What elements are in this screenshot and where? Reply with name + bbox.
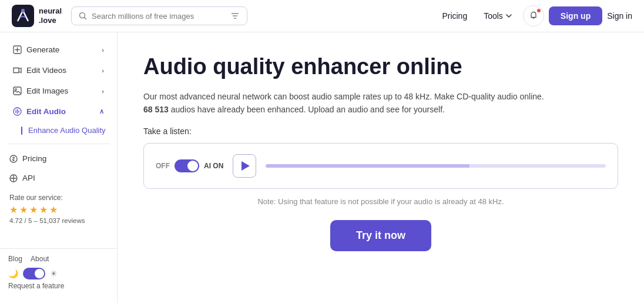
rate-label: Rate our service:	[9, 194, 108, 202]
sidebar-divider	[7, 144, 110, 144]
api-icon	[9, 174, 18, 182]
sidebar-item-generate[interactable]: Generate ›	[4, 40, 113, 59]
sidebar-bottom: Blog About 🌙 ☀ Request a feature	[0, 248, 117, 296]
chevron-icon: ›	[102, 67, 104, 74]
note-text: Note: Using that feature is not possible…	[143, 197, 618, 206]
audio-count: 68 513	[143, 105, 169, 114]
bell-icon	[529, 11, 538, 21]
signin-link[interactable]: Sign in	[607, 11, 632, 21]
audio-waveform	[266, 164, 606, 168]
svg-point-8	[15, 89, 17, 91]
search-bar	[71, 6, 247, 25]
ai-on-label: AI ON	[204, 162, 223, 170]
chevron-icon: ›	[102, 88, 104, 95]
about-link[interactable]: About	[31, 255, 49, 263]
notifications-button[interactable]	[523, 5, 544, 26]
chevron-icon: ›	[102, 46, 104, 54]
search-icon	[79, 12, 87, 20]
star-rating: ★ ★ ★ ★ ★	[9, 204, 108, 215]
theme-controls: 🌙 ☀	[8, 268, 109, 279]
play-icon	[242, 161, 250, 171]
sidebar-item-pricing[interactable]: Pricing	[0, 149, 117, 168]
blog-link[interactable]: Blog	[8, 255, 22, 263]
nav-pricing[interactable]: Pricing	[436, 8, 473, 24]
signup-button[interactable]: Sign up	[549, 6, 602, 25]
filter-icon[interactable]	[230, 11, 240, 21]
page-description: Our most advanced neural network can boo…	[143, 90, 590, 116]
chevron-down-icon: ∧	[99, 108, 104, 115]
rate-section: Rate our service: ★ ★ ★ ★ ★ 4.72 / 5 – 5…	[0, 188, 117, 230]
search-input[interactable]	[92, 12, 226, 21]
generate-icon	[13, 45, 22, 54]
page-title: Audio quality enhancer online	[143, 54, 618, 81]
theme-toggle[interactable]	[23, 268, 45, 279]
svg-point-1	[21, 9, 25, 12]
audio-icon	[13, 107, 22, 116]
sun-icon: ☀	[50, 269, 58, 278]
try-it-now-button[interactable]: Try it now	[330, 220, 431, 251]
play-button[interactable]	[233, 154, 256, 178]
nav-right: Pricing Tools Sign up Sign in	[436, 5, 632, 26]
top-nav: neural.love Pricing Tools	[0, 0, 644, 32]
sidebar-item-edit-videos[interactable]: Edit Videos ›	[4, 61, 113, 80]
toggle-knob	[187, 161, 198, 171]
body-area: Generate › Edit Videos › Edit Images ›	[0, 32, 644, 303]
image-icon	[13, 86, 22, 95]
off-label: OFF	[156, 162, 170, 170]
request-feature-link[interactable]: Request a feature	[8, 279, 109, 290]
nav-tools[interactable]: Tools	[478, 8, 518, 24]
toggle-knob	[35, 269, 44, 278]
ai-toggle[interactable]	[175, 159, 199, 172]
sidebar-item-edit-audio[interactable]: Edit Audio ∧	[4, 102, 113, 121]
sidebar-item-api[interactable]: API	[0, 168, 117, 188]
rating-text: 4.72 / 5 – 51,037 reviews	[9, 217, 108, 224]
chevron-down-icon	[505, 12, 512, 19]
logo-text: neural.love	[39, 6, 62, 25]
notification-dot	[536, 8, 541, 13]
video-icon	[13, 66, 22, 75]
sidebar-links: Blog About	[8, 255, 109, 263]
pricing-icon	[9, 155, 18, 163]
sidebar-sub-item-enhance-audio[interactable]: Enhance Audio Quality	[0, 122, 117, 139]
logo[interactable]: neural.love	[12, 5, 62, 27]
moon-icon: 🌙	[8, 269, 18, 278]
take-listen-label: Take a listen:	[143, 126, 618, 136]
sidebar-item-edit-images[interactable]: Edit Images ›	[4, 81, 113, 101]
main-content: Audio quality enhancer online Our most a…	[118, 32, 644, 303]
sidebar: Generate › Edit Videos › Edit Images ›	[0, 32, 118, 303]
audio-player-card: OFF AI ON	[143, 143, 618, 189]
ai-toggle-group: OFF AI ON	[156, 159, 223, 172]
